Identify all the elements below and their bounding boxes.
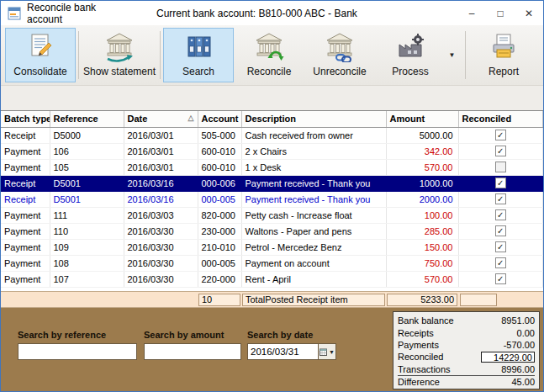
summary-row-transactions: Transactions8996.00 — [398, 363, 535, 375]
col-header-amount[interactable]: Amount — [386, 111, 458, 127]
search-button[interactable]: Search — [163, 28, 234, 82]
show-statement-icon — [104, 32, 135, 62]
date-cell: 2016/03/16 — [124, 175, 198, 191]
description-cell: Rent - April — [241, 271, 386, 287]
date-picker-dropdown-button[interactable]: ▼ — [318, 343, 336, 360]
amount-cell: 2000.00 — [386, 191, 458, 207]
amount-cell: 5000.00 — [386, 127, 458, 143]
reference-cell: D5000 — [50, 127, 124, 143]
summary-value[interactable]: 14229.00 — [481, 352, 535, 363]
description-cell: Payment on account — [241, 255, 386, 271]
reconciled-checkbox[interactable]: ✓ — [495, 177, 506, 188]
reference-cell: 108 — [50, 255, 124, 271]
reconciled-checkbox[interactable]: ✓ — [495, 193, 506, 204]
batch-type-cell: Payment — [1, 143, 50, 159]
account-cell: 220-000 — [198, 271, 241, 287]
amount-cell: 285.00 — [386, 223, 458, 239]
unreconcile-button[interactable]: Unreconcile — [304, 28, 375, 82]
date-combo: ▼ — [247, 343, 336, 360]
consolidate-button[interactable]: Consolidate — [5, 28, 76, 82]
table-row[interactable]: Payment1072016/03/30220-000Rent - April5… — [1, 271, 543, 287]
show-statement-button[interactable]: Show statement — [82, 28, 157, 82]
search-label: Search — [182, 66, 214, 82]
description-cell: 1 x Desk — [241, 159, 386, 175]
account-cell: 000-005 — [198, 191, 241, 207]
table-row[interactable]: Payment1082016/03/30000-005Payment on ac… — [1, 255, 543, 271]
maximize-button[interactable]: □ — [486, 1, 515, 25]
search-by-amount-label: Search by amount — [144, 330, 241, 340]
search-by-date-input[interactable] — [247, 343, 318, 360]
col-header-account[interactable]: Account — [198, 111, 241, 127]
col-header-description[interactable]: Description — [241, 111, 386, 127]
footer-panel: Search by reference Search by amount Sea… — [1, 308, 543, 391]
date-cell: 2016/03/01 — [124, 127, 198, 143]
date-cell: 2016/03/16 — [124, 191, 198, 207]
reference-cell: 109 — [50, 239, 124, 255]
batch-type-cell: Payment — [1, 271, 50, 287]
amount-cell: 342.00 — [386, 143, 458, 159]
reference-cell: D5001 — [50, 175, 124, 191]
description-cell: Payment received - Thank you — [241, 175, 386, 191]
batch-type-cell: Payment — [1, 207, 50, 223]
report-label: Report — [489, 66, 519, 82]
reconciled-cell: ✓ — [458, 127, 543, 143]
reconciled-checkbox[interactable]: ✓ — [495, 241, 506, 252]
reconciled-checkbox[interactable]: ✓ — [495, 209, 506, 220]
toolbar-separator — [78, 31, 79, 79]
reconciled-checkbox[interactable]: ✓ — [495, 130, 506, 140]
summary-row-receipts: Receipts0.00 — [398, 326, 535, 338]
col-header-batch-type[interactable]: Batch type — [1, 111, 50, 127]
col-header-date[interactable]: Date△ — [124, 111, 198, 127]
batch-type-cell: Payment — [1, 255, 50, 271]
search-by-reference-input[interactable] — [18, 343, 137, 360]
process-button[interactable]: Process — [375, 28, 446, 82]
table-header-row: Batch type Reference Date△ Account Descr… — [1, 111, 543, 127]
reconciled-checkbox[interactable]: ✓ — [495, 146, 506, 156]
summary-label: Transactions — [398, 364, 451, 374]
reconciled-cell: ✓ — [458, 143, 543, 159]
reference-cell: 110 — [50, 223, 124, 239]
col-header-reference[interactable]: Reference — [50, 111, 124, 127]
amount-cell: 100.00 — [386, 207, 458, 223]
reference-cell: 106 — [50, 143, 124, 159]
account-cell: 210-010 — [198, 239, 241, 255]
reconciled-checkbox[interactable]: ✓ — [495, 225, 506, 236]
date-cell: 2016/03/30 — [124, 271, 198, 287]
account-cell: 000-005 — [198, 255, 241, 271]
unreconcile-label: Unreconcile — [313, 66, 366, 82]
reconciled-checkbox[interactable] — [495, 162, 506, 172]
description-cell: Petrol - Mercedez Benz — [241, 239, 386, 255]
close-button[interactable]: ✕ — [515, 1, 543, 25]
summary-value: 45.00 — [511, 377, 535, 387]
summary-value: 8996.00 — [501, 364, 535, 374]
search-by-amount-input[interactable] — [144, 343, 241, 360]
col-header-reconciled[interactable]: Reconciled — [458, 111, 543, 127]
show-statement-label: Show statement — [83, 66, 156, 82]
search-by-reference-label: Search by reference — [18, 330, 137, 340]
table-row[interactable]: ReceiptD50012016/03/16000-005Payment rec… — [1, 191, 543, 207]
account-cell: 230-000 — [198, 223, 241, 239]
report-button[interactable]: Report — [468, 28, 539, 82]
description-cell: Cash received from owner — [241, 127, 386, 143]
reconciled-cell: ✓ — [458, 255, 543, 271]
account-cell: 600-010 — [198, 159, 241, 175]
process-dropdown-arrow[interactable]: ▼ — [446, 28, 458, 82]
table-row[interactable]: ReceiptD50012016/03/16000-006Payment rec… — [1, 175, 543, 191]
minimize-button[interactable]: – — [457, 1, 486, 25]
table-row[interactable]: Payment1092016/03/30210-010Petrol - Merc… — [1, 239, 543, 255]
reconciled-checkbox[interactable]: ✓ — [495, 273, 506, 284]
table-row[interactable]: Payment1102016/03/30230-000Waltons - Pap… — [1, 223, 543, 239]
consolidate-icon — [25, 32, 55, 62]
table-row[interactable]: Payment1112016/03/03820-000Petty cash - … — [1, 207, 543, 223]
account-cell: 505-000 — [198, 127, 241, 143]
description-cell: 2 x Chairs — [241, 143, 386, 159]
summary-value: 0.00 — [517, 328, 535, 338]
reconcile-button[interactable]: Reconcile — [234, 28, 304, 82]
table-row[interactable]: Payment1062016/03/01600-0102 x Chairs342… — [1, 143, 543, 159]
table-row[interactable]: ReceiptD50002016/03/01505-000Cash receiv… — [1, 127, 543, 143]
summary-row-bank-balance: Bank balance8951.00 — [398, 315, 535, 326]
reconciled-checkbox[interactable]: ✓ — [495, 257, 506, 268]
unreconcile-icon — [325, 32, 355, 62]
date-cell: 2016/03/01 — [124, 143, 198, 159]
table-row[interactable]: Payment1052016/03/01600-0101 x Desk570.0… — [1, 159, 543, 175]
